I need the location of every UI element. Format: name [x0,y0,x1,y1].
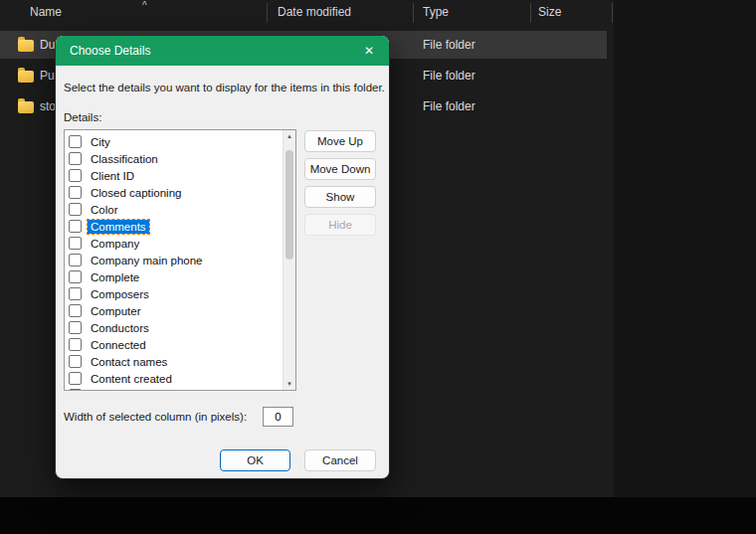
details-label: Details: [64,111,101,123]
checkbox-icon[interactable] [69,304,82,317]
folder-icon [18,40,34,52]
checkbox-icon[interactable] [69,237,82,250]
details-item-label: Closed captioning [88,186,184,200]
checkbox-icon[interactable] [69,169,82,182]
column-separator[interactable] [530,3,531,23]
details-list-item[interactable]: Company main phone [65,252,284,268]
explorer-right-shade [614,0,756,497]
details-list-item[interactable]: Complete [65,268,284,285]
folder-icon [18,71,34,83]
details-list-item[interactable]: City [65,133,284,150]
scrollbar-thumb[interactable] [285,150,293,260]
checkbox-icon[interactable] [69,372,82,385]
column-separator[interactable] [267,3,268,23]
checkbox-icon[interactable] [69,220,82,233]
column-separator[interactable] [413,3,414,23]
cancel-button[interactable]: Cancel [304,449,376,471]
details-item-label: Color [88,203,120,217]
file-type: File folder [423,92,475,120]
details-item-label: Computer [88,304,144,318]
file-type: File folder [423,62,475,89]
file-type: File folder [423,31,475,59]
details-list-item[interactable]: Closed captioning [65,184,284,201]
details-list-item[interactable]: Composers [65,285,284,302]
scrollbar-down-icon[interactable]: ▼ [284,378,295,390]
checkbox-icon[interactable] [69,355,82,368]
details-list-item[interactable]: Company [65,235,284,252]
checkbox-icon[interactable] [69,287,82,300]
details-item-label: Content created [88,372,175,386]
details-list-item[interactable]: Computer [65,302,284,319]
ok-button[interactable]: OK [220,449,290,471]
scrollbar[interactable]: ▲ ▼ [283,130,295,390]
checkbox-icon[interactable] [69,270,82,283]
dialog-description: Select the details you want to display f… [64,82,385,93]
column-header-name[interactable]: Name [30,5,62,19]
checkbox-icon[interactable] [69,135,82,148]
details-item-label: Classification [88,152,161,166]
column-header-type[interactable]: Type [423,5,449,19]
close-icon[interactable]: ✕ [352,36,386,66]
details-item-label: Composers [88,287,152,301]
details-item-label: City [88,135,113,149]
move-up-button[interactable]: Move Up [304,130,376,152]
details-item-label: Client ID [88,169,137,183]
file-name: Pu [40,62,55,89]
checkbox-icon[interactable] [69,321,82,334]
column-width-label: Width of selected column (in pixels): [64,411,247,423]
folder-icon [18,101,34,113]
screen: Name ^ Date modified Type Size Du File f… [0,0,756,534]
details-list-item[interactable]: Content created [65,370,284,387]
checkbox-icon[interactable] [69,254,82,267]
column-header-size[interactable]: Size [538,5,561,19]
dialog-titlebar[interactable]: Choose Details ✕ [56,36,389,66]
details-item-label: Comments [88,220,149,234]
file-name: sto [40,92,56,120]
show-button[interactable]: Show [304,186,376,208]
checkbox-icon[interactable] [69,152,82,165]
file-name: Du [40,31,55,59]
scrollbar-up-icon[interactable]: ▲ [284,130,295,142]
details-list-item[interactable]: Contact names [65,353,284,370]
details-item-label: Connected [88,338,149,352]
details-list-item[interactable]: Comments [65,218,284,235]
details-listbox[interactable]: CityClassificationClient IDClosed captio… [64,129,296,391]
choose-details-dialog: Choose Details ✕ Select the details you … [55,35,390,479]
column-header-date-modified[interactable]: Date modified [278,5,351,19]
details-item-label: Company main phone [88,254,206,267]
checkbox-icon[interactable] [69,186,82,199]
details-item-label: Contact names [88,355,170,369]
details-list-item[interactable] [65,387,284,391]
checkbox-icon[interactable] [69,338,82,351]
details-item-label: Company [88,237,142,251]
details-list-item[interactable]: Classification [65,150,284,167]
details-list-item[interactable]: Color [65,201,284,218]
checkbox-icon[interactable] [69,389,82,391]
sort-ascending-icon[interactable]: ^ [142,0,147,11]
details-list-item[interactable]: Client ID [65,167,284,184]
details-list: CityClassificationClient IDClosed captio… [65,130,284,391]
column-width-input[interactable] [263,407,293,427]
details-list-item[interactable]: Connected [65,336,284,353]
column-separator[interactable] [612,3,613,23]
dialog-title: Choose Details [70,36,150,66]
move-down-button[interactable]: Move Down [304,158,376,180]
hide-button: Hide [304,214,376,236]
details-list-item[interactable]: Conductors [65,319,284,336]
details-item-label: Conductors [88,321,152,335]
details-item-label: Complete [88,270,142,284]
checkbox-icon[interactable] [69,203,82,216]
